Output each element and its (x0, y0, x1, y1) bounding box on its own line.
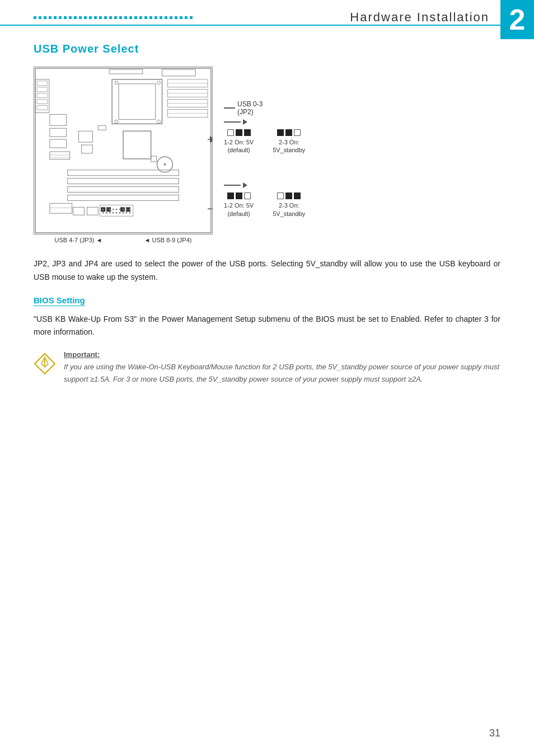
header-dot (154, 16, 157, 19)
header-dot (84, 16, 87, 19)
chapter-box: 2 (500, 0, 534, 39)
svg-point-57 (116, 212, 118, 214)
jumper-23-on-bot: 2-3 On:5V_standby (273, 192, 305, 218)
svg-point-45 (106, 209, 107, 210)
mb-bottom-labels: USB 4-7 (JP3) ◄ ◄ USB 8-9 (JP4) (34, 237, 213, 243)
diagram-wrapper: USB 4-7 (JP3) ◄ ◄ USB 8-9 (JP4) (34, 67, 213, 243)
pin-cap (285, 192, 292, 199)
jumper-pins-23-bot (277, 192, 301, 199)
warning-icon (34, 353, 56, 375)
important-label: Important: (64, 350, 500, 359)
header-dot (149, 16, 152, 19)
svg-point-52 (129, 209, 130, 210)
bios-setting-title: BIOS Setting (34, 295, 85, 306)
usb47-label: USB 4-7 (JP3) ◄ (55, 237, 102, 243)
header-dot (144, 16, 147, 19)
usb47-annotation: 1-2 On: 5V(default) 2-3 On:5V_standby (224, 182, 305, 218)
jumper-12-on-top: 1-2 On: 5V(default) (224, 129, 254, 154)
header-dot (139, 16, 142, 19)
header-dot (109, 16, 112, 19)
header-dot (180, 16, 182, 19)
svg-point-49 (119, 209, 121, 210)
svg-point-46 (109, 209, 111, 210)
jumper-pins-23 (277, 129, 301, 136)
header-dot (39, 16, 41, 19)
header-dot (134, 16, 137, 19)
jumper-12-bot-desc: 1-2 On: 5V(default) (224, 201, 254, 218)
top-jumper-row: 1-2 On: 5V(default) 2-3 On:5V_standby (224, 129, 305, 154)
body-text: JP2, JP3 and JP4 are used to select the … (34, 257, 500, 284)
pin-cap (277, 129, 284, 136)
svg-point-71 (44, 364, 46, 366)
usb89-label: ◄ USB 8-9 (JP4) (144, 237, 192, 243)
header-dot (89, 16, 92, 19)
header-dot (74, 16, 77, 19)
dots-decoration (34, 16, 193, 19)
usb03-annotation: USB 0-3(JP2) 1-2 O (224, 100, 305, 154)
page-header: Hardware Installation (0, 0, 500, 26)
important-content: If you are using the Wake-On-USB Keyboar… (64, 363, 499, 383)
header-dot (79, 16, 82, 19)
pin-cap (285, 129, 292, 136)
header-dot (94, 16, 97, 19)
usb03-label: USB 0-3(JP2) (237, 100, 263, 116)
pin-empty (277, 192, 284, 199)
header-dot (69, 16, 72, 19)
jumper-23-bot-desc: 2-3 On:5V_standby (273, 201, 305, 218)
svg-point-56 (113, 212, 114, 214)
important-box: Important: If you are using the Wake-On-… (34, 350, 500, 386)
svg-point-50 (123, 209, 124, 210)
jumper-23-on-top: 2-3 On:5V_standby (273, 129, 305, 154)
header-dot (104, 16, 107, 19)
header-dot (129, 16, 132, 19)
pin-cap (244, 129, 251, 136)
svg-point-58 (119, 212, 121, 214)
pin-cap (227, 192, 234, 199)
page-number: 31 (489, 727, 500, 739)
svg-point-51 (125, 209, 127, 210)
bot-jumper-row: 1-2 On: 5V(default) 2-3 On:5V_standby (224, 192, 305, 218)
header-dots (0, 16, 350, 19)
svg-point-59 (123, 212, 124, 214)
chapter-number: 2 (509, 5, 526, 34)
svg-point-55 (109, 212, 111, 214)
header-dot (119, 16, 122, 19)
pin-empty (294, 129, 301, 136)
svg-point-48 (116, 209, 118, 210)
pin-cap (236, 192, 242, 199)
jumper-23-desc: 2-3 On:5V_standby (273, 138, 305, 154)
bios-body-text: "USB KB Wake-Up From S3" in the Power Ma… (34, 313, 500, 340)
svg-point-61 (129, 212, 130, 214)
svg-point-35 (164, 163, 166, 166)
pin-cap (236, 129, 242, 136)
header-dot (190, 16, 193, 19)
svg-point-44 (102, 209, 104, 210)
header-dot (49, 16, 51, 19)
svg-point-54 (106, 212, 107, 214)
header-dot (64, 16, 67, 19)
jumper-12-desc: 1-2 On: 5V(default) (224, 138, 254, 154)
svg-point-53 (102, 212, 104, 214)
important-text-block: Important: If you are using the Wake-On-… (64, 350, 500, 386)
pin-empty (244, 192, 251, 199)
jumper-12-on-bot: 1-2 On: 5V(default) (224, 192, 254, 218)
svg-point-47 (113, 209, 114, 210)
header-title: Hardware Installation (350, 10, 500, 25)
header-dot (185, 16, 188, 19)
pin-cap (294, 192, 301, 199)
header-dot (175, 16, 177, 19)
svg-point-60 (125, 212, 127, 214)
header-dot (114, 16, 117, 19)
header-dot (59, 16, 62, 19)
header-dot (170, 16, 172, 19)
header-dot (34, 16, 36, 19)
section-title: USB Power Select (34, 43, 500, 55)
header-dot (54, 16, 57, 19)
diagram-area: USB 4-7 (JP3) ◄ ◄ USB 8-9 (JP4) USB 0-3(… (34, 67, 500, 243)
header-dot (124, 16, 127, 19)
header-dot (99, 16, 102, 19)
jumper-pins-12 (227, 129, 251, 136)
header-dot (44, 16, 46, 19)
header-dot (160, 16, 162, 19)
pin-empty (227, 129, 234, 136)
